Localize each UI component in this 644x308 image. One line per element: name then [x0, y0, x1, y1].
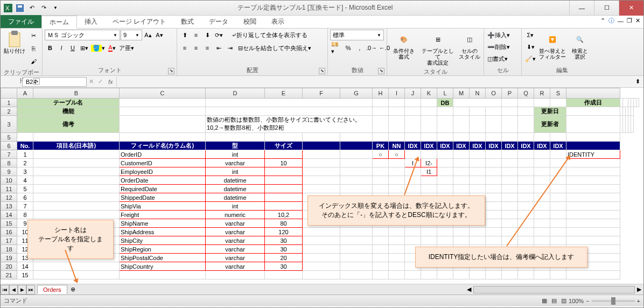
align-bottom-icon[interactable]: ⬇ [202, 30, 213, 40]
cell[interactable]: ShipName [120, 219, 206, 228]
cell[interactable]: varchar [206, 245, 265, 254]
cell[interactable] [470, 159, 486, 167]
cell[interactable] [534, 271, 550, 279]
format-painter-icon[interactable]: 🖌 [27, 55, 39, 67]
cell[interactable] [486, 167, 502, 176]
cell[interactable] [550, 236, 566, 245]
cell[interactable] [518, 116, 534, 133]
autosum-icon[interactable]: Σ▾ [524, 30, 537, 40]
cell[interactable]: 30 [265, 262, 303, 271]
row-header[interactable]: 10 [1, 176, 17, 185]
increase-indent-icon[interactable]: ⇥ [225, 43, 235, 53]
cell[interactable] [566, 236, 620, 245]
cell[interactable] [453, 236, 470, 245]
cell[interactable]: ShipCity [120, 236, 206, 245]
cell[interactable] [340, 245, 373, 254]
cell[interactable]: 項目名(日本語) [33, 142, 120, 150]
tab-view[interactable]: 表示 [264, 15, 292, 28]
cell[interactable]: IDX [486, 142, 502, 150]
cell[interactable] [453, 167, 470, 176]
cell[interactable] [566, 228, 620, 236]
cell[interactable] [486, 150, 502, 159]
cell[interactable] [518, 176, 534, 185]
italic-button[interactable]: I [56, 43, 67, 53]
zoom-slider[interactable] [592, 300, 635, 302]
cell[interactable] [421, 116, 437, 133]
find-select-button[interactable]: 🔍検索と 選択 [568, 30, 592, 61]
cell[interactable] [265, 193, 303, 202]
cell[interactable] [518, 193, 534, 202]
cell[interactable] [486, 176, 502, 185]
cell[interactable] [265, 167, 303, 176]
cell[interactable] [566, 107, 620, 116]
fill-icon[interactable]: ⬇▾ [524, 41, 537, 52]
col-header[interactable]: K [421, 88, 437, 99]
cell[interactable] [389, 271, 405, 279]
cell[interactable] [33, 159, 120, 167]
cell[interactable] [453, 99, 502, 107]
col-header[interactable]: Q [518, 88, 534, 99]
cell[interactable]: 4 [17, 176, 33, 185]
row-header[interactable]: 1 [1, 99, 17, 107]
currency-icon[interactable]: 💴▾ [330, 43, 342, 53]
col-header[interactable]: N [470, 88, 486, 99]
sort-filter-button[interactable]: 🔽並べ替えと フィルター [538, 30, 567, 61]
cell[interactable] [437, 185, 453, 193]
cell[interactable] [303, 159, 340, 167]
cell[interactable] [120, 107, 206, 116]
cut-icon[interactable]: ✂ [27, 30, 39, 41]
cell[interactable] [421, 228, 437, 236]
cell[interactable] [373, 271, 389, 279]
cell[interactable] [502, 271, 518, 279]
cell[interactable]: datetime [206, 193, 265, 202]
cell[interactable]: EmployeeID [120, 167, 206, 176]
cell[interactable] [373, 254, 389, 262]
cell[interactable] [421, 185, 437, 193]
cell[interactable] [389, 228, 405, 236]
cell[interactable] [502, 159, 518, 167]
cell[interactable]: 2 [17, 159, 33, 167]
cell[interactable]: varchar [206, 262, 265, 271]
cell[interactable] [486, 159, 502, 167]
cell[interactable] [303, 245, 340, 254]
format-table-button[interactable]: ⊞テーブルとして 書式設定 [419, 30, 456, 67]
cell[interactable] [373, 176, 389, 185]
cell[interactable] [373, 185, 389, 193]
cell[interactable] [566, 185, 620, 193]
cell[interactable]: int [206, 150, 265, 159]
cell[interactable] [518, 185, 534, 193]
cell[interactable]: varchar [206, 159, 265, 167]
cell[interactable]: 8 [17, 211, 33, 219]
cell[interactable] [550, 271, 566, 279]
row-header[interactable]: 16 [1, 228, 17, 236]
cell[interactable] [631, 116, 634, 133]
cell[interactable]: varchar [206, 228, 265, 236]
cell[interactable] [373, 159, 389, 167]
cell[interactable]: 備考 [17, 116, 120, 133]
cell[interactable] [389, 159, 405, 167]
cell[interactable] [534, 211, 550, 219]
cell[interactable] [636, 99, 639, 107]
cell[interactable] [405, 133, 421, 142]
cell[interactable] [534, 99, 550, 107]
cell[interactable]: ShipVia [120, 202, 206, 211]
row-header[interactable]: 12 [1, 193, 17, 202]
row-header[interactable]: 7 [1, 150, 17, 159]
cell[interactable]: PK [373, 142, 389, 150]
paste-button[interactable]: 貼り付け [3, 30, 26, 55]
cell[interactable] [566, 133, 620, 142]
cell[interactable] [534, 167, 550, 176]
hscroll-right[interactable]: ▶ [635, 286, 643, 293]
cell[interactable] [303, 150, 340, 159]
cell[interactable] [389, 116, 405, 133]
file-tab[interactable]: ファイル [1, 15, 41, 28]
tab-insert[interactable]: 挿入 [77, 15, 105, 28]
cell[interactable] [389, 245, 405, 254]
delete-cells-button[interactable]: ➖ 削除▾ [486, 41, 519, 52]
cell[interactable] [534, 159, 550, 167]
clipboard-launcher[interactable]: ⬊ [33, 78, 40, 85]
copy-icon[interactable]: ⎘ [27, 43, 39, 54]
cell[interactable] [340, 142, 373, 150]
row-header[interactable]: 15 [1, 219, 17, 228]
align-launcher[interactable]: ⬊ [319, 68, 325, 74]
